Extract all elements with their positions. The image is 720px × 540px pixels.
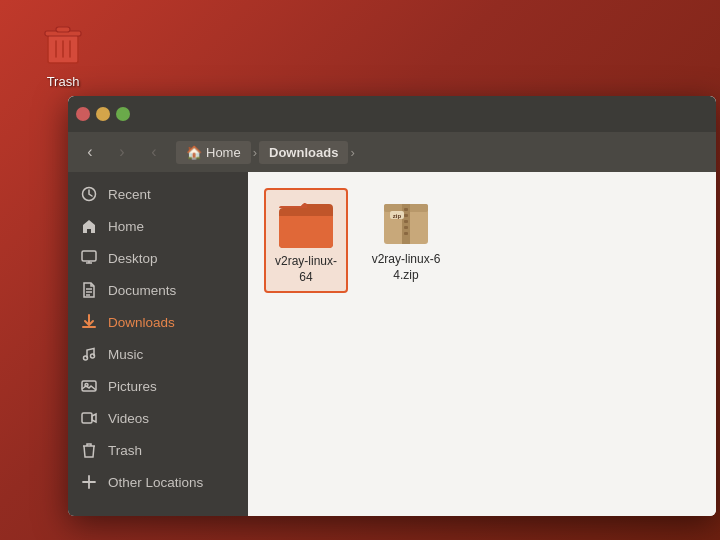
downloads-icon [80, 313, 98, 331]
breadcrumb-separator2: › [348, 145, 356, 160]
back-button[interactable]: ‹ [76, 138, 104, 166]
sidebar-item-recent[interactable]: Recent [68, 178, 248, 210]
pictures-icon [80, 377, 98, 395]
back-icon: ‹ [87, 143, 92, 161]
sidebar-item-other-locations-label: Other Locations [108, 475, 203, 490]
desktop-sidebar-icon [80, 249, 98, 267]
sidebar-item-desktop[interactable]: Desktop [68, 242, 248, 274]
other-locations-icon [80, 473, 98, 491]
music-icon [80, 345, 98, 363]
svg-rect-2 [56, 27, 70, 32]
file-manager-window: ‹ › ‹ 🏠 Home › Downloads › [68, 96, 716, 516]
sidebar-item-videos-label: Videos [108, 411, 149, 426]
breadcrumb-current: Downloads [259, 141, 348, 164]
sidebar-item-other-locations[interactable]: Other Locations [68, 466, 248, 498]
sidebar-item-documents-label: Documents [108, 283, 176, 298]
up-icon: ‹ [151, 143, 156, 161]
close-button[interactable] [76, 107, 90, 121]
file-item-folder[interactable]: v2ray-linux-64 [264, 188, 348, 293]
sidebar-item-home-label: Home [108, 219, 144, 234]
documents-icon [80, 281, 98, 299]
videos-icon [80, 409, 98, 427]
breadcrumb: 🏠 Home › Downloads › [176, 141, 357, 164]
svg-point-8 [84, 356, 88, 360]
svg-rect-7 [82, 251, 96, 261]
sidebar-item-documents[interactable]: Documents [68, 274, 248, 306]
folder-icon-wrap [276, 196, 336, 252]
sidebar-item-trash[interactable]: Trash [68, 434, 248, 466]
up-button[interactable]: ‹ [140, 138, 168, 166]
sidebar-item-music-label: Music [108, 347, 143, 362]
breadcrumb-home[interactable]: 🏠 Home [176, 141, 251, 164]
zip-icon-wrap: zip [376, 194, 436, 250]
sidebar-item-pictures[interactable]: Pictures [68, 370, 248, 402]
folder-label: v2ray-linux-64 [275, 254, 337, 285]
trash-icon [40, 18, 86, 70]
zip-label: v2ray-linux-64.zip [370, 252, 442, 283]
svg-point-9 [91, 354, 95, 358]
minimize-button[interactable] [96, 107, 110, 121]
sidebar-item-home[interactable]: Home [68, 210, 248, 242]
sidebar-item-music[interactable]: Music [68, 338, 248, 370]
trash-sidebar-icon [80, 441, 98, 459]
desktop-trash-label: Trash [47, 74, 80, 89]
sidebar-item-downloads[interactable]: Downloads [68, 306, 248, 338]
home-sidebar-icon [80, 217, 98, 235]
svg-rect-20 [404, 232, 408, 235]
desktop-trash-icon[interactable]: Trash [28, 18, 98, 89]
recent-icon [80, 185, 98, 203]
svg-text:zip: zip [393, 213, 402, 219]
desktop: Trash ‹ › ‹ 🏠 Home › [0, 0, 720, 540]
forward-button[interactable]: › [108, 138, 136, 166]
svg-rect-12 [82, 413, 92, 423]
sidebar-item-videos[interactable]: Videos [68, 402, 248, 434]
file-item-zip[interactable]: zip v2ray-linux-64.zip [364, 188, 448, 289]
title-bar [68, 96, 716, 132]
breadcrumb-separator: › [251, 145, 259, 160]
sidebar-item-downloads-label: Downloads [108, 315, 175, 330]
toolbar: ‹ › ‹ 🏠 Home › Downloads › [68, 132, 716, 172]
sidebar: Recent Home Desktop [68, 172, 248, 516]
svg-rect-17 [404, 214, 408, 217]
svg-rect-18 [404, 220, 408, 223]
home-icon: 🏠 [186, 145, 202, 160]
sidebar-item-pictures-label: Pictures [108, 379, 157, 394]
breadcrumb-home-label: Home [206, 145, 241, 160]
file-area: v2ray-linux-64 [248, 172, 716, 516]
svg-rect-10 [82, 381, 96, 391]
maximize-button[interactable] [116, 107, 130, 121]
sidebar-item-desktop-label: Desktop [108, 251, 158, 266]
svg-rect-19 [404, 226, 408, 229]
sidebar-item-trash-label: Trash [108, 443, 142, 458]
sidebar-item-recent-label: Recent [108, 187, 151, 202]
content-area: Recent Home Desktop [68, 172, 716, 516]
forward-icon: › [119, 143, 124, 161]
svg-rect-16 [404, 208, 408, 211]
